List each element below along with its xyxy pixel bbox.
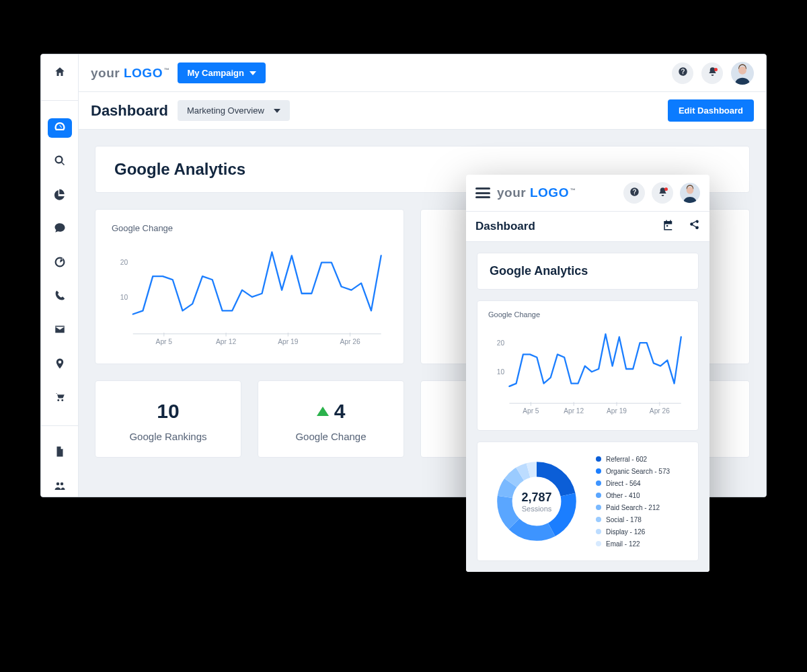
legend-swatch bbox=[596, 468, 601, 474]
page-title: Dashboard bbox=[91, 102, 168, 120]
mobile-section-title: Google Analytics bbox=[490, 264, 686, 278]
sidebar-divider bbox=[41, 425, 78, 426]
campaign-dropdown[interactable]: My Campaign bbox=[178, 62, 266, 83]
legend-swatch bbox=[596, 456, 601, 462]
chart-title: Google Change bbox=[112, 223, 387, 233]
subheader: Dashboard Marketing Overview Edit Dashbo… bbox=[79, 92, 766, 130]
legend-item: Organic Search - 573 bbox=[596, 468, 670, 475]
svg-text:Apr 26: Apr 26 bbox=[340, 338, 360, 345]
gauge-icon bbox=[54, 120, 66, 135]
sessions-donut: 2,787 Sessions bbox=[490, 454, 584, 548]
calendar-button[interactable] bbox=[662, 219, 675, 234]
notifications-button[interactable] bbox=[701, 62, 723, 84]
nav-calls[interactable] bbox=[48, 288, 72, 306]
stat-change: 4 Google Change bbox=[258, 380, 404, 458]
pin-icon bbox=[54, 358, 66, 372]
brand-logo: your LOGO™ bbox=[91, 66, 169, 81]
legend-label: Social - 178 bbox=[606, 516, 642, 523]
svg-point-14 bbox=[687, 187, 694, 194]
target-icon bbox=[54, 256, 66, 271]
question-icon bbox=[629, 187, 640, 200]
svg-text:Apr 5: Apr 5 bbox=[523, 407, 539, 415]
nav-mail[interactable] bbox=[48, 321, 72, 340]
mobile-window: your LOGO™ Dashboard Google Analytics Go… bbox=[466, 175, 709, 572]
phone-icon bbox=[54, 290, 66, 304]
stat-label: Google Rankings bbox=[104, 431, 233, 442]
cart-icon bbox=[54, 391, 66, 406]
user-avatar[interactable] bbox=[680, 183, 700, 203]
legend-item: Referral - 602 bbox=[596, 456, 670, 463]
notifications-button[interactable] bbox=[652, 182, 673, 204]
legend-item: Social - 178 bbox=[596, 516, 670, 523]
sidebar bbox=[41, 54, 79, 497]
sidebar-divider bbox=[41, 100, 78, 101]
nav-home[interactable] bbox=[48, 64, 72, 83]
chart-title: Google Change bbox=[488, 310, 687, 319]
file-icon bbox=[54, 446, 66, 460]
home-icon bbox=[54, 66, 66, 81]
share-button[interactable] bbox=[688, 219, 700, 234]
campaign-label: My Campaign bbox=[187, 68, 244, 78]
donut-total: 2,787 bbox=[521, 491, 551, 505]
legend-item: Other - 410 bbox=[596, 492, 670, 499]
chevron-down-icon bbox=[249, 71, 256, 75]
svg-text:Apr 19: Apr 19 bbox=[278, 338, 298, 345]
trend-up-icon bbox=[317, 407, 329, 416]
mobile-content: Google Analytics Google Change 1020Apr 5… bbox=[466, 242, 709, 572]
svg-point-1 bbox=[738, 66, 746, 74]
legend-label: Organic Search - 573 bbox=[606, 468, 670, 475]
google-change-chart-card: Google Change 1020Apr 5Apr 12Apr 19Apr 2… bbox=[95, 209, 404, 364]
help-button[interactable] bbox=[672, 62, 693, 84]
legend-swatch bbox=[596, 517, 601, 522]
legend-label: Referral - 602 bbox=[606, 456, 647, 463]
help-button[interactable] bbox=[623, 182, 645, 204]
user-avatar[interactable] bbox=[731, 62, 754, 85]
legend-swatch bbox=[596, 541, 601, 546]
donut-subtitle: Sessions bbox=[522, 505, 552, 513]
legend-label: Email - 122 bbox=[606, 540, 640, 548]
legend-item: Direct - 564 bbox=[596, 480, 670, 487]
mobile-titlebar: Dashboard bbox=[466, 211, 709, 242]
mobile-line-chart: 1020Apr 5Apr 12Apr 19Apr 26 bbox=[488, 321, 687, 422]
nav-reports[interactable] bbox=[48, 186, 72, 205]
svg-text:Apr 12: Apr 12 bbox=[216, 338, 236, 345]
legend-swatch bbox=[596, 529, 601, 534]
svg-text:20: 20 bbox=[120, 259, 128, 266]
nav-chat[interactable] bbox=[48, 220, 72, 239]
stat-rankings: 10 Google Rankings bbox=[95, 380, 241, 458]
nav-docs[interactable] bbox=[48, 444, 72, 462]
users-icon bbox=[54, 480, 66, 495]
mobile-chart-card: Google Change 1020Apr 5Apr 12Apr 19Apr 2… bbox=[477, 300, 699, 431]
view-dropdown[interactable]: Marketing Overview bbox=[178, 100, 290, 121]
question-icon bbox=[678, 67, 688, 79]
nav-shop[interactable] bbox=[48, 389, 72, 408]
legend-label: Other - 410 bbox=[606, 492, 640, 499]
legend-label: Direct - 564 bbox=[606, 480, 641, 487]
brand-logo: your LOGO™ bbox=[497, 185, 576, 200]
nav-places[interactable] bbox=[48, 355, 72, 374]
view-label: Marketing Overview bbox=[187, 106, 264, 116]
mobile-page-title: Dashboard bbox=[475, 220, 535, 233]
stat-value: 10 bbox=[157, 400, 179, 423]
nav-search[interactable] bbox=[48, 153, 72, 171]
svg-text:Apr 26: Apr 26 bbox=[650, 407, 670, 415]
chat-icon bbox=[54, 222, 66, 237]
legend-swatch bbox=[596, 493, 601, 498]
donut-legend: Referral - 602Organic Search - 573Direct… bbox=[596, 456, 670, 548]
legend-label: Display - 126 bbox=[606, 528, 645, 536]
nav-dashboard[interactable] bbox=[48, 118, 72, 137]
search-icon bbox=[54, 155, 66, 169]
legend-label: Paid Search - 212 bbox=[606, 504, 660, 511]
notification-dot bbox=[714, 68, 718, 71]
mail-icon bbox=[54, 323, 66, 338]
nav-target[interactable] bbox=[48, 254, 72, 273]
mobile-topbar: your LOGO™ bbox=[466, 175, 709, 211]
pie-icon bbox=[54, 188, 66, 203]
edit-dashboard-button[interactable]: Edit Dashboard bbox=[668, 99, 754, 122]
topbar: your LOGO™ My Campaign bbox=[79, 54, 766, 92]
hamburger-menu[interactable] bbox=[475, 187, 490, 198]
nav-users[interactable] bbox=[48, 478, 72, 497]
stat-value: 4 bbox=[334, 400, 346, 423]
svg-text:10: 10 bbox=[120, 294, 128, 301]
svg-text:20: 20 bbox=[497, 339, 505, 347]
